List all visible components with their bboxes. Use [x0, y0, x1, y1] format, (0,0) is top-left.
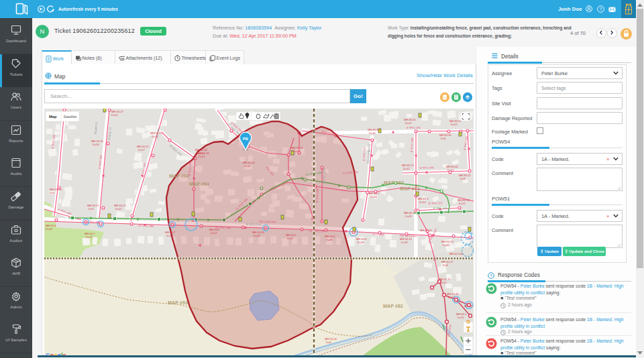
- svg-text:8 PVC-109: 8 PVC-109: [322, 168, 326, 184]
- svg-text:D=8: D=8: [460, 177, 466, 180]
- svg-text:Map: Map: [49, 115, 57, 119]
- svg-text:D=15: D=15: [111, 113, 118, 117]
- svg-text:MAP #83: MAP #83: [384, 180, 404, 186]
- svg-text:21” PVC-280: 21” PVC-280: [215, 226, 231, 229]
- svg-text:8” PVC-270: 8” PVC-270: [433, 206, 448, 210]
- svg-text:D=10: D=10: [443, 243, 449, 247]
- svg-text:D=17: D=17: [166, 234, 173, 237]
- svg-text:D=12: D=12: [459, 202, 466, 205]
- svg-text:D=17: D=17: [86, 235, 93, 239]
- svg-text:PW-15Vin Ave: PW-15Vin Ave: [400, 234, 417, 237]
- svg-text:21” PVC-9B0: 21” PVC-9B0: [85, 220, 101, 224]
- svg-text:D=18: D=18: [254, 234, 260, 237]
- svg-text:MAP #93: MAP #93: [168, 300, 188, 306]
- svg-text:D=43: D=43: [405, 215, 412, 218]
- svg-text:D=14: D=14: [370, 195, 377, 198]
- svg-text:8” PVC-257: 8” PVC-257: [362, 146, 366, 161]
- svg-text:MH-42-104: MH-42-104: [449, 252, 464, 255]
- svg-text:D=18: D=18: [358, 241, 364, 244]
- svg-text:D=17: D=17: [199, 155, 205, 158]
- svg-text:W 84th Ave: W 84th Ave: [246, 223, 262, 226]
- svg-text:D=12: D=12: [451, 123, 458, 126]
- svg-text:D=12: D=12: [405, 121, 412, 125]
- svg-text:D=18: D=18: [326, 238, 333, 241]
- svg-text:D=9: D=9: [89, 207, 94, 211]
- svg-text:D=12: D=12: [447, 168, 454, 172]
- svg-text:D=18: D=18: [46, 227, 52, 231]
- svg-text:PVC-280: PVC-280: [373, 233, 384, 236]
- svg-text:D=8: D=8: [441, 137, 446, 140]
- svg-text:D=10: D=10: [93, 143, 99, 146]
- svg-text:MAP #94: MAP #94: [189, 181, 209, 187]
- svg-text:21” PVC-280: 21” PVC-280: [309, 229, 325, 233]
- svg-text:PW-15Vin Ave: PW-15Vin Ave: [259, 220, 276, 223]
- svg-text:MH-42-13: MH-42-13: [420, 229, 433, 232]
- svg-text:D=13: D=13: [292, 150, 299, 153]
- svg-text:D=19: D=19: [401, 241, 408, 244]
- svg-text:21” PVC-280: 21” PVC-280: [138, 224, 154, 228]
- svg-text:D=12: D=12: [448, 296, 455, 299]
- svg-text:D=17: D=17: [211, 231, 217, 235]
- svg-text:8” PVC-292: 8” PVC-292: [407, 126, 421, 129]
- svg-text:Satellite: Satellite: [64, 115, 77, 119]
- svg-text:D=12: D=12: [115, 207, 122, 211]
- svg-text:PB: PB: [243, 137, 249, 141]
- svg-text:D=12: D=12: [244, 164, 251, 168]
- svg-text:D=8: D=8: [326, 341, 331, 344]
- svg-text:D=17: D=17: [287, 237, 294, 240]
- svg-text:MAP #83: MAP #83: [400, 186, 420, 192]
- svg-text:D=17: D=17: [138, 148, 145, 152]
- svg-text:MAP #82: MAP #82: [383, 303, 403, 309]
- svg-text:D=12: D=12: [403, 167, 410, 170]
- svg-text:D=9: D=9: [50, 191, 55, 194]
- svg-text:?: ?: [600, 7, 602, 11]
- svg-text:D=10: D=10: [369, 131, 376, 135]
- svg-text:MH-42-19: MH-42-19: [464, 304, 474, 308]
- svg-text:D=8: D=8: [443, 263, 448, 267]
- svg-text:D=12: D=12: [440, 281, 447, 284]
- svg-text:MAP #94: MAP #94: [169, 173, 189, 179]
- svg-text:D=21: D=21: [458, 316, 464, 319]
- svg-text:D=13: D=13: [197, 152, 203, 155]
- svg-text:D=13: D=13: [419, 200, 426, 204]
- svg-text:8” PVC-245: 8” PVC-245: [420, 166, 435, 170]
